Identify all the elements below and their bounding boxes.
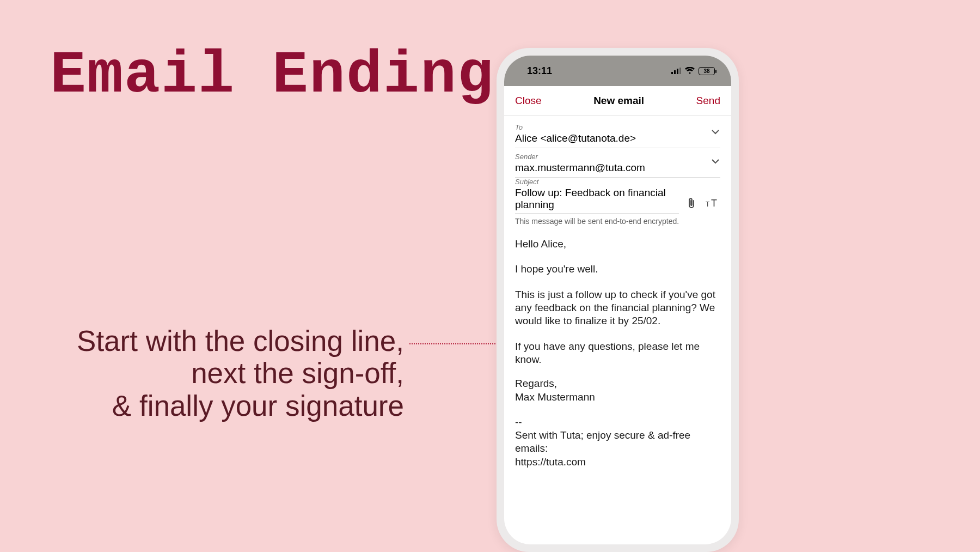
encryption-note: This message will be sent end-to-end enc… [515, 217, 720, 226]
close-button[interactable]: Close [515, 95, 542, 107]
sender-value: max.mustermann@tuta.com [515, 162, 645, 173]
wifi-icon [685, 65, 695, 77]
slide-caption: Start with the closing line, next the si… [50, 325, 404, 422]
caption-line-3: & finally your signature [50, 390, 404, 422]
compose-header: Close New email Send [504, 86, 731, 116]
send-button[interactable]: Send [696, 95, 720, 107]
svg-rect-1 [674, 70, 676, 74]
body-line-1: I hope you're well. [515, 263, 720, 276]
body-line-2: This is just a follow up to check if you… [515, 288, 720, 328]
subject-label: Subject [515, 178, 679, 186]
status-bar: 13:11 38 [504, 56, 731, 86]
sender-field[interactable]: Sender max.mustermann@tuta.com [515, 148, 720, 178]
sender-label: Sender [515, 153, 720, 161]
caption-line-2: next the sign-off, [50, 357, 404, 389]
signature-line-2: https://tuta.com [515, 456, 720, 469]
status-time: 13:11 [527, 65, 552, 77]
chevron-down-icon[interactable] [712, 157, 719, 167]
body-name: Max Mustermann [515, 391, 720, 404]
signature-separator: -- [515, 416, 720, 429]
subject-value: Follow up: Feedback on financial plannin… [515, 187, 666, 210]
phone-screen: 13:11 38 Close New email Send To Alice <… [504, 56, 731, 544]
svg-rect-3 [679, 68, 681, 74]
subject-row: Subject Follow up: Feedback on financial… [515, 178, 720, 214]
page-title: New email [593, 95, 644, 107]
subject-field[interactable]: Subject Follow up: Feedback on financial… [515, 178, 679, 214]
svg-rect-0 [671, 72, 673, 74]
battery-icon: 38 [699, 67, 715, 75]
to-field[interactable]: To Alice <alice@tutanota.de> [515, 119, 720, 148]
body-closing: If you have any questions, please let me… [515, 340, 720, 367]
attachment-icon[interactable] [683, 195, 700, 211]
body-greeting: Hello Alice, [515, 238, 720, 251]
email-body[interactable]: Hello Alice, I hope you're well. This is… [504, 226, 731, 469]
svg-text:T: T [706, 201, 710, 208]
chevron-down-icon[interactable] [712, 128, 719, 137]
to-value: Alice <alice@tutanota.de> [515, 132, 636, 144]
signal-icon [671, 65, 681, 77]
status-icons: 38 [671, 65, 715, 77]
svg-rect-2 [677, 69, 678, 74]
caption-line-1: Start with the closing line, [50, 325, 404, 357]
compose-fields: To Alice <alice@tutanota.de> Sender max.… [504, 116, 731, 226]
signature-line-1: Sent with Tuta; enjoy secure & ad-free e… [515, 429, 720, 456]
phone-frame: 13:11 38 Close New email Send To Alice <… [497, 48, 739, 552]
svg-text:T: T [711, 198, 717, 209]
slide-title: Email Ending [50, 41, 494, 110]
text-size-icon[interactable]: TT [704, 195, 720, 211]
body-signoff: Regards, [515, 377, 720, 390]
to-label: To [515, 123, 720, 131]
